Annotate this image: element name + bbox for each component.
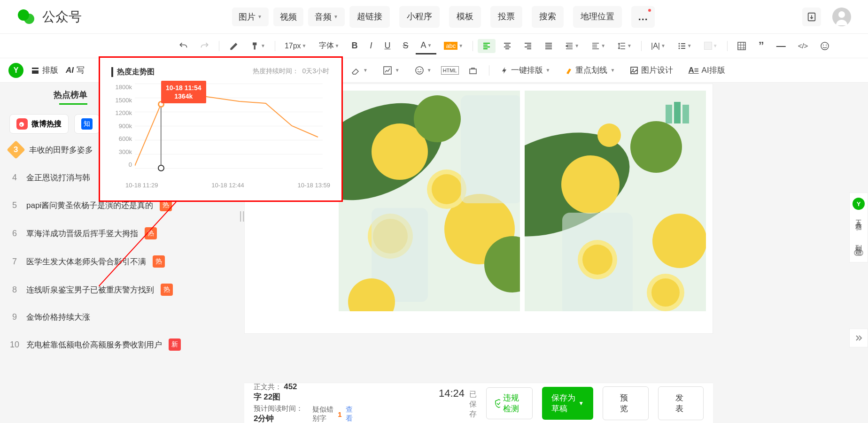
line-height-icon[interactable]: ▼ <box>613 39 636 53</box>
html-icon[interactable]: HTML <box>441 66 459 75</box>
emoji-icon[interactable] <box>815 38 834 54</box>
bg-color-icon[interactable]: ▼ <box>699 39 722 53</box>
hot-item-8[interactable]: 8 连线听泉鉴宝男子已被重庆警方找到 热 <box>9 284 235 296</box>
image-design[interactable]: 图片设计 <box>624 62 679 78</box>
clear-format-icon[interactable] <box>224 38 243 54</box>
dock-chat-icon[interactable] <box>854 250 863 257</box>
dock-goto-label: 到问题 <box>854 239 863 245</box>
insert-audio-dropdown[interactable]: 音频▼ <box>308 8 345 26</box>
redo-icon[interactable] <box>195 38 214 54</box>
tab-zhihu[interactable]: 知 <box>74 114 100 134</box>
hot-item-9[interactable]: 9 金饰价格持续大涨 <box>9 312 235 323</box>
word-count: 正文共： 452字 22图 预计阅读时间： 2分钟 <box>254 382 303 423</box>
highlight-color-icon[interactable]: abc▼ <box>439 39 468 53</box>
quote-icon[interactable]: ” <box>754 37 769 55</box>
nav-miniprogram[interactable]: 小程序 <box>399 6 440 28</box>
svg-point-48 <box>582 245 612 275</box>
nav-more[interactable]: … <box>631 6 655 28</box>
status-bar: 正文共： 452字 22图 预计阅读时间： 2分钟 疑似错别字 1 查看 14:… <box>244 383 713 423</box>
svg-rect-15 <box>384 67 391 74</box>
hot-item-7[interactable]: 7 医学生发大体老师头骨合影引不满 热 <box>9 255 235 268</box>
dock-plugin-icon[interactable]: Y <box>852 198 865 210</box>
list-icon[interactable]: ▼ <box>673 39 697 53</box>
ai-layout[interactable]: A≡AI排版 <box>682 62 730 78</box>
insert-video[interactable]: 视频 <box>273 8 303 26</box>
plugin-badge-icon[interactable]: Y <box>8 63 23 78</box>
nav-hyperlink[interactable]: 超链接 <box>349 6 390 28</box>
key-highlight[interactable]: 重点划线▼ <box>559 62 620 78</box>
underline-icon[interactable]: U <box>380 38 395 54</box>
tab-weibo[interactable]: 微博热搜 <box>9 114 69 134</box>
layout-tab[interactable]: 排版 <box>31 65 58 76</box>
code-icon[interactable]: </> <box>793 39 813 53</box>
format-painter-icon[interactable]: ▼ <box>246 38 270 54</box>
tool-dock[interactable]: Y 工具箱 ← 到问题 <box>849 192 868 262</box>
indent-right-icon[interactable]: ▼ <box>587 39 610 53</box>
view-errors-link[interactable]: 查看 <box>346 405 354 423</box>
dock-toolbox-label: 工具箱 <box>854 215 863 220</box>
wechat-logo-icon <box>17 8 36 26</box>
x-axis-labels: 10-18 11:29 10-18 12:44 10-18 13:59 <box>125 182 330 189</box>
user-avatar[interactable] <box>832 8 851 26</box>
svg-point-44 <box>652 214 706 268</box>
align-right-icon[interactable] <box>519 39 537 53</box>
onekey-layout[interactable]: 一键排版▼ <box>495 62 556 78</box>
sticker-icon[interactable]: ▼ <box>409 63 437 78</box>
collapse-dock-button[interactable] <box>849 329 868 347</box>
nav-location[interactable]: 地理位置 <box>573 6 622 28</box>
publish-button[interactable]: 发表 <box>658 386 704 420</box>
italic-icon[interactable]: I <box>365 38 377 54</box>
align-justify-icon[interactable] <box>540 39 558 53</box>
briefcase-icon[interactable] <box>463 63 483 78</box>
strikethrough-icon[interactable]: S <box>398 38 413 54</box>
font-family-select[interactable]: 字体▼ <box>314 38 344 54</box>
svg-point-18 <box>420 69 421 70</box>
align-left-icon[interactable] <box>478 39 496 53</box>
undo-icon[interactable] <box>174 38 193 54</box>
font-size-select[interactable]: 17px▼ <box>280 39 311 53</box>
svg-point-1 <box>24 14 34 24</box>
ai-write-tab[interactable]: AI写 <box>66 65 85 76</box>
svg-point-55 <box>858 253 859 254</box>
content-image-1[interactable] <box>339 91 520 311</box>
export-icon[interactable] <box>802 8 821 26</box>
indent-left-icon[interactable]: ▼ <box>560 39 584 53</box>
letter-spacing-icon[interactable]: |A|▼ <box>646 39 670 53</box>
nav-template[interactable]: 模板 <box>449 6 481 28</box>
y-axis-labels: 1800k 1500k 1200k 900k 600k 300k 0 <box>111 84 132 168</box>
nav-vote[interactable]: 投票 <box>490 6 522 28</box>
nav-menu: 超链接 小程序 模板 投票 搜索 地理位置 … <box>349 6 655 28</box>
svg-point-50 <box>651 278 680 307</box>
hot-badge: 热 <box>161 284 173 296</box>
save-status: 已保存 <box>469 390 477 419</box>
sidebar-title-underline <box>59 103 87 105</box>
hot-item-6[interactable]: 6 覃海洋成功晋级后挥手竖大拇指 热 <box>9 227 235 239</box>
hot-item-10[interactable]: 10 充电桩靠低额电价高额服务费收割用户 新 <box>9 338 235 351</box>
svg-point-8 <box>678 47 680 49</box>
svg-rect-38 <box>666 105 672 123</box>
drag-handle-icon[interactable]: || <box>239 209 245 222</box>
chart-tooltip: 10-18 11:54 1364k <box>161 81 206 103</box>
app-title: 公众号 <box>42 8 82 26</box>
preview-button[interactable]: 预览 <box>603 386 648 420</box>
svg-point-56 <box>860 253 861 254</box>
svg-rect-40 <box>682 105 689 123</box>
align-center-icon[interactable] <box>498 39 516 53</box>
content-image-2[interactable] <box>525 91 706 311</box>
chart-icon[interactable]: ▼ <box>377 63 405 78</box>
bold-icon[interactable]: B <box>347 38 362 54</box>
nav-search[interactable]: 搜索 <box>532 6 564 28</box>
save-draft-button[interactable]: 保存为草稿▼ <box>542 387 593 420</box>
table-icon[interactable] <box>732 38 751 54</box>
logo-wrap: 公众号 <box>17 8 82 26</box>
dock-back-icon[interactable]: ← <box>854 225 863 235</box>
svg-point-31 <box>432 174 462 204</box>
rule-check-button[interactable]: 违规检测 <box>486 387 533 419</box>
svg-point-45 <box>597 123 621 147</box>
text-color-icon[interactable]: A▼ <box>416 38 436 54</box>
svg-point-21 <box>633 69 634 70</box>
hr-icon[interactable]: — <box>772 38 790 54</box>
svg-rect-5 <box>254 45 256 49</box>
eraser-icon[interactable]: ▼ <box>345 63 373 78</box>
insert-image-dropdown[interactable]: 图片▼ <box>232 8 269 26</box>
